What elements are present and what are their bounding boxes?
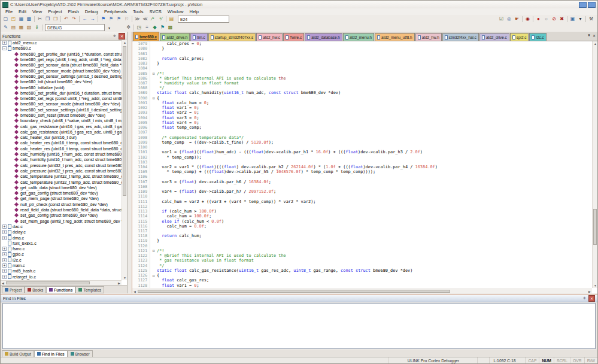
batch-build-icon[interactable]: ▧	[25, 24, 33, 31]
tree-item-function[interactable]: get_calib_data (struct bme680_dev *dev)	[1, 185, 122, 190]
tab-close-icon[interactable]: ✕	[593, 34, 596, 38]
menu-item[interactable]: Window	[165, 9, 187, 14]
expand-icon[interactable]: +	[2, 269, 7, 273]
editor-tab[interactable]: atd2_menu.h	[343, 33, 374, 41]
scroll-down-icon[interactable]: ▼	[593, 283, 598, 288]
highlight-search-icon[interactable]: ◉	[524, 16, 532, 23]
breakpoint-disable-icon[interactable]: ⊘	[550, 16, 558, 23]
tree-horizontal-scrollbar[interactable]: ◀ ▶	[1, 280, 122, 285]
editor-tab[interactable]: Twire.c	[283, 33, 304, 41]
new-file-icon[interactable]: ▢	[2, 16, 10, 23]
tree-item-function[interactable]: bme680_set_profile_dur (uint16_t duratio…	[1, 90, 122, 96]
editor-tab[interactable]: i2c.c	[529, 33, 546, 41]
rebuild-icon[interactable]: ▦	[17, 24, 25, 31]
breakpoint-enable-icon[interactable]: ○	[542, 16, 550, 23]
close-icon[interactable]: ✕	[119, 33, 125, 40]
tree-item-function[interactable]: bme680_init (struct bme680_dev *dev)	[1, 79, 122, 84]
uncomment-icon[interactable]: *∕	[157, 16, 165, 23]
debug-session-icon[interactable]: ◳	[135, 24, 143, 31]
tree-item-function[interactable]: calc_humidity (uint16_t hum_adc, const s…	[1, 151, 122, 157]
nav-forward-icon[interactable]: →	[89, 16, 96, 23]
editor-tab[interactable]: atd2_drive.h	[160, 33, 190, 41]
expand-icon[interactable]: +	[2, 41, 7, 45]
redo-icon[interactable]: ↷	[70, 16, 78, 23]
fold-marker-icon[interactable]: ⊟	[150, 71, 157, 75]
scrollbar-thumb[interactable]	[6, 281, 90, 284]
editor-tab[interactable]: atd2_database.h	[305, 33, 342, 41]
scroll-left-icon[interactable]: ◀	[132, 289, 137, 293]
close-icon[interactable]: ✕	[588, 295, 595, 302]
expand-icon[interactable]: +	[2, 263, 7, 268]
tree-item-function[interactable]: calc_heater_res (uint16_t temp, const st…	[1, 146, 122, 151]
breakpoint-toggle-icon[interactable]: ●	[535, 16, 542, 23]
expand-icon[interactable]: +	[2, 252, 7, 256]
menu-item[interactable]: Debug	[82, 9, 101, 14]
save-icon[interactable]: ▦	[17, 16, 25, 23]
indent-icon[interactable]: ≫	[133, 16, 141, 23]
tree-item-function[interactable]: calc_gas_resistance (uint16_t gas_res_ad…	[1, 123, 122, 129]
tree-item-file[interactable]: +main.c	[1, 263, 122, 268]
editor-tab[interactable]: bme680.c	[133, 32, 159, 41]
scroll-left-icon[interactable]: ◀	[1, 281, 5, 285]
watch-window-icon[interactable]: ◆	[151, 24, 159, 31]
workspace-tab[interactable]: Functions	[46, 286, 75, 293]
tree-item-function[interactable]: set_gas_config (struct bme680_dev *dev)	[1, 213, 122, 218]
menu-item[interactable]: SVCS	[146, 9, 164, 14]
editor-horizontal-scrollbar[interactable]: ◀ ▶	[132, 289, 592, 293]
fold-marker-icon[interactable]: ⊟	[150, 96, 157, 100]
tree-item-function[interactable]: calc_gas_resistance (uint16_t gas_res_ad…	[1, 129, 122, 135]
find-in-files-book-icon[interactable]: ▤	[168, 16, 175, 23]
scroll-right-icon[interactable]: ▶	[117, 281, 122, 285]
menu-item[interactable]: Project	[45, 9, 65, 14]
build-icon[interactable]: ▤	[10, 24, 17, 31]
tree-item-function[interactable]: calc_heater_res (uint16_t temp, const st…	[1, 140, 122, 145]
scrollbar-thumb[interactable]	[593, 209, 597, 245]
scroll-down-icon[interactable]: ▼	[122, 275, 128, 280]
translate-icon[interactable]: ✎	[2, 24, 10, 31]
tree-item-file[interactable]: +dac.c	[1, 224, 122, 229]
cut-icon[interactable]: ✂	[36, 16, 44, 23]
window-close-button[interactable]	[588, 2, 596, 8]
comment-icon[interactable]: ∕*	[149, 16, 157, 23]
command-window-icon[interactable]: ≡	[143, 24, 151, 31]
menu-item[interactable]: Help	[187, 9, 202, 14]
menu-item[interactable]: Tools	[130, 9, 147, 14]
paste-icon[interactable]: ❒	[51, 16, 59, 23]
tree-item-function[interactable]: bme680_set_sensor_mode (struct bme680_de…	[1, 101, 122, 107]
tree-item-function[interactable]: bme680_set_regs (const uint8_t *reg_addr…	[1, 96, 122, 101]
tree-item-file[interactable]: +retarget_io.c	[1, 274, 122, 279]
editor-vertical-scrollbar[interactable]: ▲ ▼	[592, 41, 597, 288]
outdent-icon[interactable]: ≪	[141, 16, 149, 23]
editor-tab[interactable]: atd2_hw.h	[415, 33, 442, 41]
tree-item-file[interactable]: +delay.c	[1, 229, 122, 235]
bookmark-prev-icon[interactable]: ⚑	[107, 16, 115, 23]
tree-item-function[interactable]: calc_humidity (uint16_t hum_adc, const s…	[1, 157, 122, 162]
tree-item-function[interactable]: get_gas_config (struct bme680_dev *dev)	[1, 190, 122, 196]
tree-vertical-scrollbar[interactable]: ▲ ▼	[122, 40, 127, 280]
window-layout-dropdown-icon[interactable]: ▾	[576, 16, 584, 23]
expand-icon[interactable]: +	[2, 275, 7, 279]
tree-item-function[interactable]: read_field_data (struct bme680_field_dat…	[1, 207, 122, 213]
tree-item-function[interactable]: calc_temperature (uint32_t temp_adc, str…	[1, 179, 122, 184]
workspace-tab[interactable]: Project	[2, 286, 25, 293]
tree-item-function[interactable]: calc_temperature (uint32_t temp_adc, str…	[1, 174, 122, 179]
workspace-tab[interactable]: Templates	[75, 286, 104, 293]
expand-icon[interactable]: +	[2, 247, 7, 251]
tree-item-file[interactable]: font_6x8x1.c	[1, 241, 122, 246]
scroll-up-icon[interactable]: ▲	[593, 41, 598, 46]
tree-item-function[interactable]: calc_pressure (uint32_t pres_adc, const …	[1, 168, 122, 174]
workspace-tab[interactable]: Books	[25, 286, 46, 293]
tree-item-file[interactable]: +md5_hash.c	[1, 268, 122, 274]
scrollbar-thumb[interactable]	[123, 46, 126, 196]
save-all-icon[interactable]: ▩	[25, 16, 33, 23]
collapse-icon[interactable]: −	[2, 46, 7, 50]
tree-item-file[interactable]: +atd2_menu.c	[1, 40, 122, 46]
editor-tab[interactable]: spi2.c	[510, 33, 529, 41]
find-in-document-icon[interactable]: ◎	[505, 16, 513, 23]
expand-icon[interactable]: +	[2, 236, 7, 240]
target-select-combo[interactable]: DEBUG	[45, 24, 105, 31]
fold-marker-icon[interactable]: ⊟	[150, 248, 157, 253]
undo-icon[interactable]: ↶	[62, 16, 70, 23]
tree-item-function[interactable]: boundary_check (uint8_t *value, uint8_t …	[1, 118, 122, 123]
find-in-files-results[interactable]	[2, 303, 596, 349]
